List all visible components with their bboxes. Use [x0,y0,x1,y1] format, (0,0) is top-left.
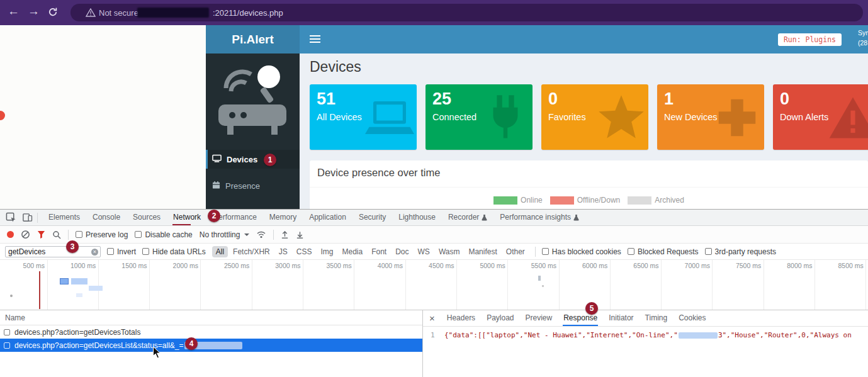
clear-filter-icon[interactable]: × [91,249,98,256]
timeline-gridline [405,260,406,310]
inspect-icon[interactable] [6,212,16,223]
flask-icon [573,214,579,221]
import-har-icon[interactable] [296,230,304,239]
tab-recorder[interactable]: Recorder [442,210,493,225]
export-har-icon[interactable] [281,230,289,239]
record-icon[interactable] [7,231,14,238]
preserve-log-checkbox[interactable]: Preserve log [76,230,128,239]
blocked-requests-checkbox[interactable]: Blocked Requests [628,247,699,256]
close-icon[interactable]: × [423,313,441,324]
sidebar-item-devices[interactable]: Devices [206,150,300,169]
checkbox[interactable] [628,248,634,255]
request-row-selected[interactable]: devices.php?action=getDevicesList&status… [0,339,422,352]
tab-sources[interactable]: Sources [127,210,167,225]
network-conditions-icon[interactable] [256,230,266,239]
pill-all[interactable]: All [212,246,228,257]
tab-response[interactable]: Response [558,310,603,326]
pill-doc[interactable]: Doc [392,246,412,257]
tab-headers[interactable]: Headers [441,310,481,326]
pill-other[interactable]: Other [502,246,529,257]
plug-icon [481,93,530,142]
card-value: 1 [664,89,674,109]
pill-wasm[interactable]: Wasm [435,246,464,257]
request-list: Name devices.php?action=getDevicesTotals… [0,310,423,377]
pialert-main: Run: Plugins Sym (28, Devices 51 All Dev… [300,25,868,209]
timeline-tick: 3500 ms [308,262,352,269]
hide-data-urls-checkbox[interactable]: Hide data URLs [142,247,206,256]
legend-online: Online [493,196,543,205]
detail-tabbar: × Headers Payload Preview Response Initi… [423,310,868,327]
tab-network[interactable]: Network [167,210,207,225]
checkbox[interactable] [135,231,142,238]
flask-icon [482,214,487,221]
tab-cookies[interactable]: Cookies [673,310,711,326]
timeline-gridline [252,260,252,310]
tab-payload[interactable]: Payload [481,310,519,326]
page-title: Devices [310,59,361,76]
search-icon[interactable] [52,230,61,239]
third-party-requests-checkbox[interactable]: 3rd-party requests [705,247,776,256]
run-plugins-button[interactable]: Run: Plugins [778,33,842,46]
waterfall-dot [538,276,541,281]
checkbox[interactable] [107,248,114,255]
card-favorites[interactable]: 0 Favorites [541,84,648,150]
card-down-alerts[interactable]: 0 Down Alerts [773,84,868,150]
card-all-devices[interactable]: 51 All Devices [310,84,417,150]
tab-console[interactable]: Console [86,210,127,225]
legend-label: Archived [655,196,684,205]
card-new-devices[interactable]: 1 New Devices [657,84,764,150]
line-number: 1 [431,331,435,339]
pill-manifest[interactable]: Manifest [465,246,500,257]
pill-ws[interactable]: WS [414,246,434,257]
response-text: {"data":[["laptop","Net - Huawei","Inter… [444,331,678,339]
throttling-dropdown[interactable]: No throttling [200,230,250,239]
tab-security[interactable]: Security [352,210,392,225]
device-toolbar-icon[interactable] [22,212,33,223]
tab-initiator[interactable]: Initiator [603,310,639,326]
checkbox[interactable] [76,231,82,238]
network-timeline[interactable]: 500 ms 1000 ms 1500 ms 2000 ms 2500 ms 3… [0,260,868,310]
back-icon[interactable]: ← [8,4,20,18]
pill-media[interactable]: Media [338,246,366,257]
disable-cache-checkbox[interactable]: Disable cache [135,230,192,239]
clear-icon[interactable] [21,230,30,239]
checkbox[interactable] [4,329,10,335]
request-row[interactable]: devices.php?action=getDevicesTotals [0,325,422,339]
tab-timing[interactable]: Timing [640,310,674,326]
has-blocked-cookies-checkbox[interactable]: Has blocked cookies [542,247,621,256]
app-content: Devices 51 All Devices 25 Connected [300,53,868,209]
checkbox[interactable] [542,248,549,255]
invert-checkbox[interactable]: Invert [107,247,136,256]
pill-css[interactable]: CSS [293,246,316,257]
refresh-icon[interactable] [48,6,58,20]
plus-icon [713,93,762,142]
tab-lighthouse[interactable]: Lighthouse [392,210,442,225]
tab-elements[interactable]: Elements [42,210,86,225]
pill-fetch-xhr[interactable]: Fetch/XHR [229,246,274,257]
card-connected[interactable]: 25 Connected [426,84,533,150]
timeline-tick: 6000 ms [563,262,607,269]
forward-icon[interactable]: → [28,4,40,18]
address-bar[interactable]: Not secure :20211/devices.php [70,4,863,21]
tab-performance-insights[interactable]: Performance insights [493,210,585,225]
waterfall-bar [76,293,82,297]
filter-funnel-icon[interactable] [37,230,45,239]
request-list-header[interactable]: Name [0,310,422,325]
pill-js[interactable]: JS [275,246,291,257]
pill-font[interactable]: Font [368,246,390,257]
checkbox[interactable] [4,342,10,349]
tab-application[interactable]: Application [303,210,352,225]
pill-img[interactable]: Img [317,246,337,257]
browser-viewport: Pi.Alert Devices [0,25,868,209]
checkbox[interactable] [705,248,712,255]
response-viewer[interactable]: 1 {"data":[["laptop","Net - Huawei","Int… [423,327,868,377]
timeline-gridline [764,260,764,310]
cursor-icon [152,346,161,361]
response-content: {"data":[["laptop","Net - Huawei","Inter… [444,331,868,339]
tab-preview[interactable]: Preview [520,310,558,326]
hamburger-icon[interactable] [310,35,320,45]
tab-memory[interactable]: Memory [263,210,303,225]
checkbox[interactable] [142,248,149,255]
app-brand[interactable]: Pi.Alert [206,25,300,53]
sidebar-item-presence[interactable]: Presence [206,176,300,195]
